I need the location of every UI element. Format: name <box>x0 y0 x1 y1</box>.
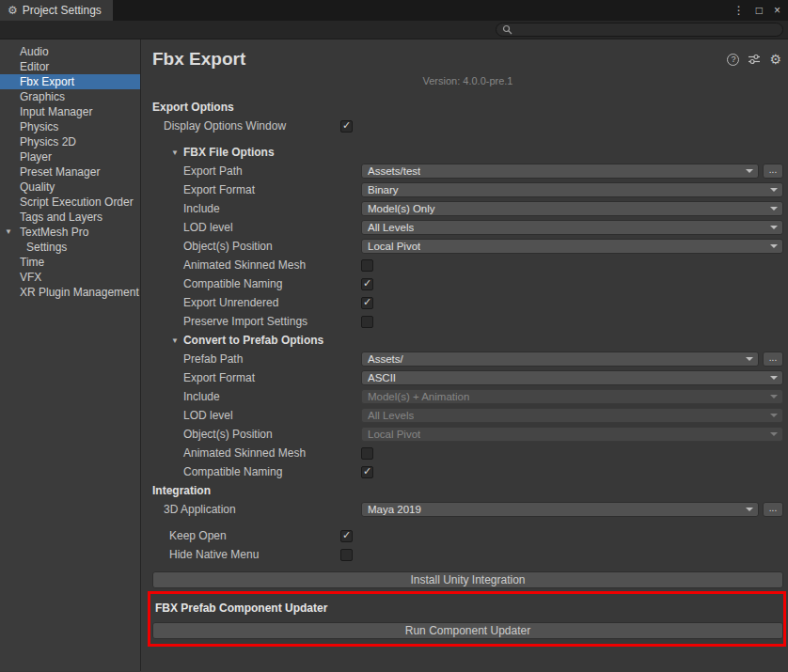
settings-gear-icon[interactable]: ⚙ <box>769 53 781 66</box>
keep-open-checkbox[interactable] <box>340 530 353 542</box>
kebab-menu-icon[interactable]: ⋮ <box>733 5 745 16</box>
version-label: Version: 4.0.0-pre.1 <box>152 75 783 88</box>
prefab-include-value: Model(s) + Animation <box>368 390 469 403</box>
objects-position-label: Object(s) Position <box>152 240 361 253</box>
panel-header: Fbx Export ? ⚙ <box>152 47 783 71</box>
toolbar <box>0 21 788 39</box>
prefab-compatible-naming-label: Compatible Naming <box>152 465 361 478</box>
convert-to-prefab-options-foldout[interactable]: ▼ Convert to Prefab Options <box>152 331 783 350</box>
prefab-path-label: Prefab Path <box>152 352 361 366</box>
sidebar-item-textmeshpro-settings[interactable]: Settings <box>0 240 140 255</box>
sidebar-item-editor[interactable]: Editor <box>0 59 140 74</box>
prefab-export-format-dropdown[interactable]: ASCII <box>361 370 783 385</box>
fbx-file-options-foldout[interactable]: ▼ FBX File Options <box>152 143 783 162</box>
chevron-down-icon <box>770 395 778 399</box>
install-unity-integration-button[interactable]: Install Unity Integration <box>152 571 783 588</box>
export-format-dropdown[interactable]: Binary <box>361 182 783 197</box>
preserve-import-settings-checkbox[interactable] <box>361 316 373 328</box>
foldout-arrow-icon[interactable]: ▼ <box>5 225 12 240</box>
export-unrendered-label: Export Unrendered <box>152 296 361 309</box>
section-integration: Integration <box>152 481 783 500</box>
sidebar-item-physics-2d[interactable]: Physics 2D <box>0 134 140 149</box>
sidebar-item-input-manager[interactable]: Input Manager <box>0 104 140 119</box>
export-path-dropdown[interactable]: Assets/test <box>361 164 759 179</box>
search-field[interactable] <box>496 23 783 37</box>
export-unrendered-checkbox[interactable] <box>361 297 373 309</box>
prefab-include-dropdown: Model(s) + Animation <box>361 389 783 404</box>
prefab-objects-position-label: Object(s) Position <box>152 428 361 441</box>
prefab-compatible-naming-checkbox[interactable] <box>361 466 373 478</box>
run-component-updater-button[interactable]: Run Component Updater <box>152 622 783 639</box>
prefab-lod-level-value: All Levels <box>368 409 414 422</box>
integration-header: Integration <box>152 484 211 497</box>
sidebar-item-tags-and-layers[interactable]: Tags and Layers <box>0 210 140 225</box>
include-dropdown[interactable]: Model(s) Only <box>361 201 783 216</box>
sidebar-item-player[interactable]: Player <box>0 149 140 164</box>
row-objects-position: Object(s) Position Local Pivot <box>152 237 783 256</box>
sidebar-item-quality[interactable]: Quality <box>0 180 140 195</box>
maximize-icon[interactable]: □ <box>756 5 763 16</box>
help-icon[interactable]: ? <box>727 54 739 66</box>
sidebar-item-graphics[interactable]: Graphics <box>0 89 140 104</box>
animated-skinned-mesh-label: Animated Skinned Mesh <box>152 258 361 272</box>
lod-level-dropdown[interactable]: All Levels <box>361 220 783 235</box>
titlebar: ⚙ Project Settings ⋮ □ × <box>0 0 788 21</box>
chevron-down-icon <box>746 357 753 361</box>
sidebar-item-time[interactable]: Time <box>0 255 140 270</box>
sidebar-item-physics[interactable]: Physics <box>0 119 140 134</box>
sidebar-item-label: TextMesh Pro <box>20 226 88 239</box>
project-settings-window: ⚙ Project Settings ⋮ □ × Audio Editor Fb… <box>0 0 788 672</box>
row-prefab-lod-level: LOD level All Levels <box>152 406 783 425</box>
preset-sliders-icon[interactable] <box>748 54 761 65</box>
animated-skinned-mesh-checkbox[interactable] <box>361 259 373 272</box>
3d-application-dropdown[interactable]: Maya 2019 <box>361 502 759 517</box>
hide-native-menu-label: Hide Native Menu <box>152 548 340 561</box>
prefab-path-browse-button[interactable]: ... <box>763 352 783 367</box>
tab-label: Project Settings <box>23 4 102 17</box>
sidebar-item-fbx-export[interactable]: Fbx Export <box>0 74 140 89</box>
window-body: Audio Editor Fbx Export Graphics Input M… <box>0 39 788 671</box>
chevron-down-icon <box>770 207 778 211</box>
sidebar-item-vfx[interactable]: VFX <box>0 270 140 285</box>
chevron-down-icon <box>770 414 778 417</box>
row-prefab-path: Prefab Path Assets/ ... <box>152 350 783 368</box>
chevron-down-icon <box>770 244 778 248</box>
row-preserve-import-settings: Preserve Import Settings <box>152 312 783 331</box>
chevron-down-icon <box>770 432 778 436</box>
3d-application-browse-button[interactable]: ... <box>763 502 783 517</box>
chevron-down-icon <box>770 226 778 229</box>
sidebar-item-script-execution-order[interactable]: Script Execution Order <box>0 195 140 210</box>
sidebar-item-preset-manager[interactable]: Preset Manager <box>0 164 140 180</box>
close-icon[interactable]: × <box>774 5 780 16</box>
search-icon <box>502 24 512 35</box>
sidebar-item-xr-plugin-management[interactable]: XR Plugin Management <box>0 285 140 300</box>
prefab-animated-skinned-mesh-checkbox[interactable] <box>361 447 373 460</box>
row-prefab-animated-skinned-mesh: Animated Skinned Mesh <box>152 444 783 462</box>
panel-header-icons: ? ⚙ <box>727 53 783 66</box>
foldout-arrow-icon: ▼ <box>171 148 179 157</box>
export-format-label: Export Format <box>152 183 361 196</box>
compatible-naming-checkbox[interactable] <box>361 278 373 290</box>
objects-position-dropdown[interactable]: Local Pivot <box>361 239 783 254</box>
row-3d-application: 3D Application Maya 2019 ... <box>152 500 783 519</box>
prefab-path-dropdown[interactable]: Assets/ <box>361 352 759 367</box>
tab-project-settings[interactable]: ⚙ Project Settings <box>0 0 113 21</box>
3d-application-value: Maya 2019 <box>368 503 421 516</box>
row-display-options-window: Display Options Window <box>152 117 783 135</box>
sidebar-item-textmesh-pro[interactable]: ▼ TextMesh Pro <box>0 225 140 240</box>
row-export-format: Export Format Binary <box>152 180 783 199</box>
prefab-objects-position-value: Local Pivot <box>368 428 420 441</box>
search-input[interactable] <box>516 23 777 36</box>
sidebar-item-audio[interactable]: Audio <box>0 44 140 59</box>
include-value: Model(s) Only <box>368 202 435 215</box>
window-controls: ⋮ □ × <box>733 0 788 21</box>
export-path-browse-button[interactable]: ... <box>763 164 783 179</box>
hide-native-menu-checkbox[interactable] <box>340 549 353 561</box>
row-animated-skinned-mesh: Animated Skinned Mesh <box>152 256 783 274</box>
chevron-down-icon <box>770 188 778 192</box>
prefab-export-format-value: ASCII <box>368 371 396 384</box>
section-export-options: Export Options <box>152 98 783 117</box>
prefab-path-value: Assets/ <box>368 352 403 366</box>
fbx-file-options-header: FBX File Options <box>183 146 275 159</box>
display-options-window-checkbox[interactable] <box>340 120 353 133</box>
